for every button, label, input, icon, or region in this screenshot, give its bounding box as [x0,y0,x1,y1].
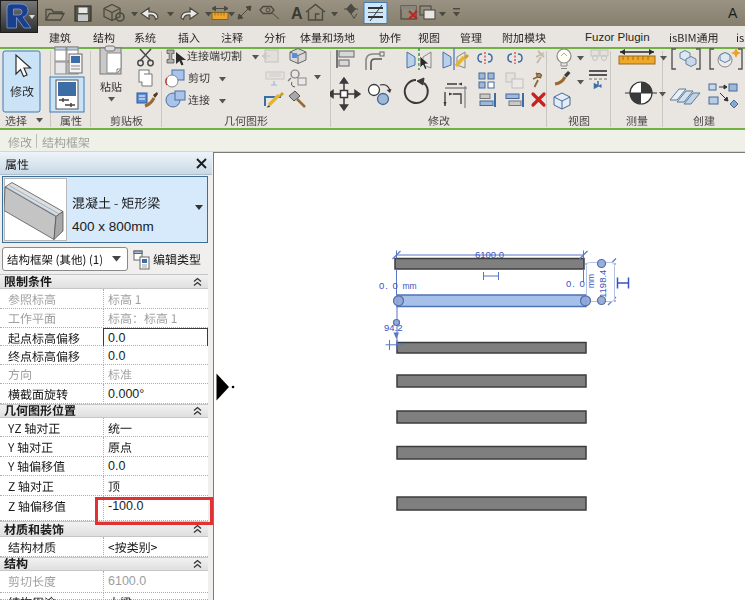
svg-text:1198.4: 1198.4 [597,270,608,298]
svg-text:6100.0: 6100.0 [475,249,504,260]
svg-text:0. 0: 0. 0 [379,280,399,291]
svg-text:0. 0: 0. 0 [566,278,586,289]
svg-text:A: A [291,5,303,22]
svg-text:mm: mm [403,281,417,291]
svg-text:mm: mm [586,274,596,288]
